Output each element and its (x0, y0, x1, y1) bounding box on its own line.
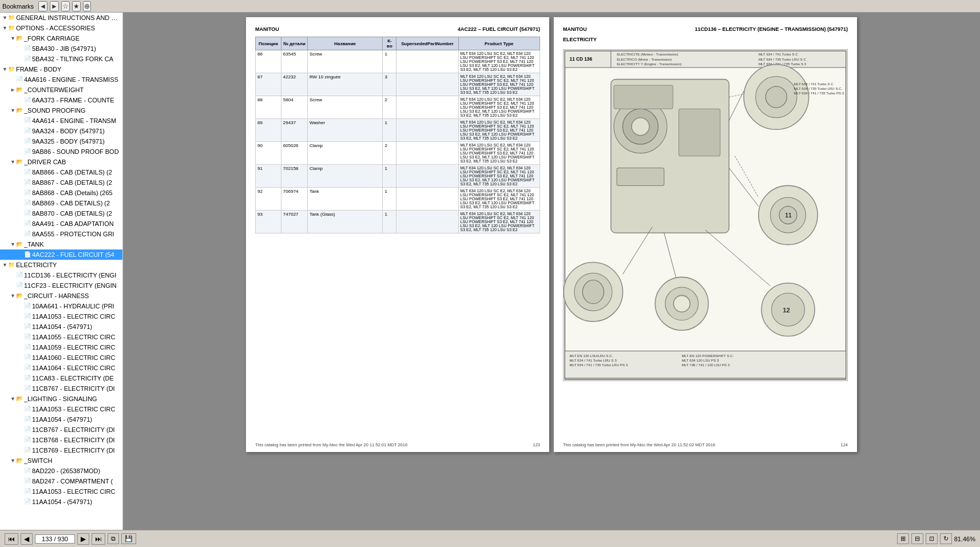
sidebar-item-electricity[interactable]: ▼📁ELECTRICITY (0, 260, 122, 270)
cell-product: MLT 634 120 LSU SC E2, MLT 634 120 LSU P… (458, 96, 540, 119)
sidebar-item-11aa1060[interactable]: 📄11AA1060 - ELECTRIC CIRC (0, 352, 122, 363)
sidebar-item-11aa1059[interactable]: 📄11AA1059 - ELECTRIC CIRC (0, 342, 122, 352)
sidebar-item-8aa555[interactable]: 📄8AA555 - PROTECTION GRI (0, 229, 122, 239)
sidebar-item-label: 11AA1064 - ELECTRIC CIRC (32, 363, 116, 372)
sidebar-item-sound-proofing[interactable]: ▼📂_SOUND PROOFING (0, 105, 122, 116)
sidebar-item-fork-carriage[interactable]: ▼📂_FORK CARRIAGE (0, 33, 122, 43)
sidebar-item-11cf23[interactable]: 📄11CF23 - ELECTRICITY (ENGIN (0, 280, 122, 291)
page-left: MANITOU 4AC222 – FUEL CIRCUIT (547971) П… (246, 17, 549, 452)
bookmarks-nav-left[interactable]: ◄ (38, 1, 47, 11)
sidebar-item-11aa1053-1[interactable]: 📄11AA1053 - ELECTRIC CIRC (0, 311, 122, 322)
next-page-button[interactable]: ▶ (77, 533, 89, 545)
page-icon: 📄 (24, 96, 31, 105)
rotate-button[interactable]: ↻ (940, 533, 952, 544)
sidebar-item-6aa373[interactable]: 📄6AA373 - FRAME - COUNTE (0, 95, 122, 105)
sidebar-item-label: FRAME - BODY (16, 65, 61, 74)
sidebar-item-11cb769[interactable]: 📄11CB769 - ELECTRICITY (DI (0, 445, 122, 455)
sidebar-item-8ab868[interactable]: 📄8AB868 - CAB (Details) (265 (0, 188, 122, 198)
sidebar-item-11aa1054-1[interactable]: 📄11AA1054 - (547971) (0, 322, 122, 332)
sidebar-item-5ba430[interactable]: 📄5BA430 - JIB (547971) (0, 43, 122, 54)
two-page-button[interactable]: ⊡ (926, 533, 938, 544)
sidebar-item-circuit-harness[interactable]: ▼📂_CIRCUIT - HARNESS (0, 291, 122, 301)
folder-icon: 📂 (16, 456, 23, 465)
svg-text:MLT 736 / 741 / 120 LSU PS 3: MLT 736 / 741 / 120 LSU PS 3 (682, 363, 730, 367)
sidebar-item-11cb767[interactable]: 📄11CB767 - ELECTRICITY (DI (0, 383, 122, 394)
sidebar-item-frame-body[interactable]: ▼📁FRAME - BODY (0, 64, 122, 74)
sidebar-item-11cb767-2[interactable]: 📄11CB767 - ELECTRICITY (DI (0, 425, 122, 435)
svg-text:ELECTRICITE (Moteur - Transmis: ELECTRICITE (Moteur - Transmission) (617, 52, 678, 56)
sidebar-item-8ad220[interactable]: 📄8AD220 - (265387MOD) (0, 466, 122, 476)
cell-qty: 1 (383, 211, 396, 233)
sidebar-item-9aa325[interactable]: 📄9AA325 - BODY (547971) (0, 136, 122, 146)
cell-pos: 92 (256, 188, 281, 211)
sidebar-item-label: 11AA1059 - ELECTRIC CIRC (32, 343, 116, 352)
sidebar-item-counterweight[interactable]: ►📂_COUNTERWEIGHT (0, 85, 122, 95)
sidebar-item-10aa641[interactable]: 📄10AA641 - HYDRAULIC (PRI (0, 301, 122, 311)
fit-page-button[interactable]: ⊞ (897, 533, 909, 544)
table-row: 89 29437 Washer 1 MLT 634 120 LSU SC E2,… (256, 119, 540, 142)
bookmarks-icon3[interactable]: ⊕ (83, 1, 91, 11)
sidebar-item-5ba432[interactable]: 📄5BA432 - TILTING FORK CA (0, 54, 122, 64)
sidebar-item-options[interactable]: ▼📁OPTIONS - ACCESSORIES (0, 23, 122, 33)
page-icon: 📄 (24, 178, 31, 187)
sidebar-item-lighting[interactable]: ▼📂_LIGHTING - SIGNALING (0, 394, 122, 404)
bookmarks-icon1[interactable]: ☆ (61, 1, 70, 11)
sidebar-item-label: 11CB767 - ELECTRICITY (DI (32, 384, 115, 393)
table-row: 91 702158 Clamp 1 MLT 634 120 LSU SC E2,… (256, 165, 540, 188)
sidebar-item-9ab86[interactable]: 📄9AB86 - SOUND PROOF BOD (0, 146, 122, 157)
page-icon: 📄 (24, 353, 31, 362)
toggle-icon: ▼ (10, 240, 15, 249)
svg-text:MLT 634 / 741 Turbo S C: MLT 634 / 741 Turbo S C (794, 82, 834, 86)
sidebar-item-11aa1054-2[interactable]: 📄11AA1054 - (547971) (0, 414, 122, 425)
cell-name: Tank (Glass) (307, 211, 383, 233)
sidebar-item-4ac222[interactable]: 📄4AC222 - FUEL CIRCUIT (54 (0, 249, 122, 260)
sidebar-item-11aa1053-2[interactable]: 📄11AA1053 - ELECTRIC CIRC (0, 404, 122, 414)
sidebar-item-switch[interactable]: ▼📂_SWITCH (0, 455, 122, 466)
section-title: ELECTRICITY (563, 37, 848, 42)
page-number-input[interactable] (35, 534, 75, 544)
sidebar-item-11aa1064[interactable]: 📄11AA1064 - ELECTRIC CIRC (0, 363, 122, 373)
first-page-button[interactable]: ⏮ (5, 533, 18, 545)
page-icon: 📄 (24, 384, 31, 393)
sidebar-item-11cd136[interactable]: 📄11CD136 - ELECTRICITY (ENGI (0, 270, 122, 280)
svg-point-19 (765, 86, 787, 108)
page-icon: 📄 (24, 477, 31, 486)
sidebar-item-9aa324[interactable]: 📄9AA324 - BODY (547971) (0, 126, 122, 136)
page-icon: 📄 (24, 363, 31, 372)
sidebar-item-8aa491[interactable]: 📄8AA491 - CAB ADAPTATION (0, 219, 122, 229)
sidebar-item-tank[interactable]: ▼📂_TANK (0, 239, 122, 249)
sidebar-item-8ab870[interactable]: 📄8AB870 - CAB (DETAILS) (2 (0, 208, 122, 219)
sidebar-item-11aa1055[interactable]: 📄11AA1055 - ELECTRIC CIRC (0, 332, 122, 342)
sidebar-item-8ad247[interactable]: 📄8AD247 - COMPARTMENT ( (0, 476, 122, 486)
cell-pos: 89 (256, 119, 281, 142)
fit-width-button[interactable]: ⊟ (911, 533, 923, 544)
toggle-icon: ▼ (10, 456, 15, 465)
page-icon: 📄 (24, 199, 31, 208)
copy-button[interactable]: ⧉ (108, 533, 119, 544)
sidebar-item-4aa616[interactable]: 📄4AA616 - ENGINE - TRANSMISS (0, 74, 122, 85)
bookmarks-icon2[interactable]: ★ (72, 1, 81, 11)
sidebar-item-11ca83[interactable]: 📄11CA83 - ELECTRICITY (DE (0, 373, 122, 383)
sidebar-item-8ab866[interactable]: 📄8AB866 - CAB (DETAILS) (2 (0, 167, 122, 177)
sidebar-item-general[interactable]: ▼📁GENERAL INSTRUCTIONS AND SAF (0, 13, 122, 23)
sidebar-item-label: 11AA1053 - ELECTRIC CIRC (32, 312, 116, 321)
svg-text:MLT 634 / 735 Turbo LRU S C: MLT 634 / 735 Turbo LRU S C (759, 57, 807, 61)
folder-icon: 📂 (16, 85, 23, 94)
last-page-button[interactable]: ⏭ (92, 533, 105, 545)
save-button[interactable]: 💾 (121, 533, 136, 544)
bookmarks-nav-right[interactable]: ► (50, 1, 59, 11)
sidebar-item-11cb768[interactable]: 📄11CB768 - ELECTRICITY (DI (0, 435, 122, 445)
page-icon: 📄 (16, 271, 23, 280)
page-left-manitou: MANITOU (255, 26, 279, 32)
sidebar-item-8ab869[interactable]: 📄8AB869 - CAB DETAILS) (2 (0, 198, 122, 208)
cell-num: 605026 (281, 142, 307, 165)
sidebar-item-driver-cab[interactable]: ▼📂_DRIVER CAB (0, 157, 122, 167)
folder-icon: 📂 (16, 394, 23, 403)
sidebar-item-4aa614[interactable]: 📄4AA614 - ENGINE - TRANSM (0, 116, 122, 126)
sidebar-item-11aa1054-3[interactable]: 📄11AA1054 - (547971) (0, 497, 122, 507)
sidebar-item-11aa1053-3[interactable]: 📄11AA1053 - ELECTRIC CIRC (0, 486, 122, 497)
cell-sup (396, 50, 458, 73)
prev-page-button[interactable]: ◀ (21, 533, 33, 545)
sidebar-item-8ab867[interactable]: 📄8AB867 - CAB (DETAILS) (2 (0, 177, 122, 188)
sidebar-item-label: 11CD136 - ELECTRICITY (ENGI (24, 271, 116, 280)
